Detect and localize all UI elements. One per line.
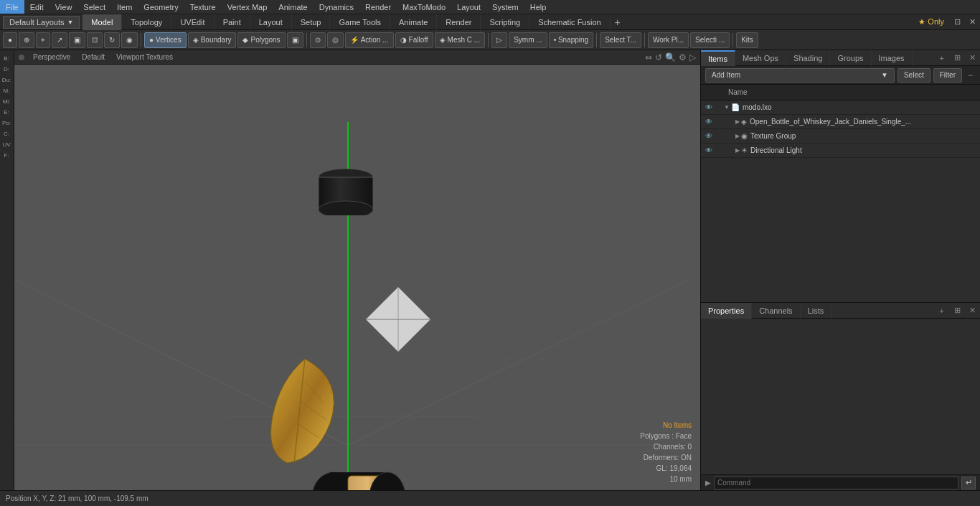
viewport-play-btn[interactable]: ▷ <box>689 52 696 62</box>
viewport-default-label[interactable]: Default <box>79 53 108 61</box>
toolbar-box-btn[interactable]: ▣ <box>69 32 85 48</box>
props-expand-btn[interactable]: ⊞ <box>950 303 965 318</box>
sidebar-item-du[interactable]: Du: <box>0 75 13 85</box>
tab-items[interactable]: Items <box>701 50 735 66</box>
menu-view[interactable]: View <box>50 0 78 14</box>
viewport-canvas[interactable]: Y X Z No Items Polygons : Face Channels:… <box>14 65 700 490</box>
viewport-textures-label[interactable]: Viewport Textures <box>113 53 176 61</box>
toolbar-circle2-btn[interactable]: ⊙ <box>310 32 326 48</box>
toolbar-circle-btn[interactable]: ● <box>3 32 17 48</box>
sidebar-item-d[interactable]: D: <box>0 64 13 74</box>
lock-bottle[interactable] <box>714 117 724 127</box>
maximize-button[interactable]: ⊡ <box>950 14 965 30</box>
tab-topology[interactable]: Topology <box>122 14 171 30</box>
list-item-dirlight[interactable]: 👁 ▶ ☀ Directional Light <box>701 144 980 158</box>
sidebar-item-e[interactable]: E: <box>0 107 13 117</box>
menu-item[interactable]: Item <box>111 0 138 14</box>
filter-button[interactable]: Filter <box>933 68 962 83</box>
sidebar-item-pol[interactable]: Po: <box>0 118 13 128</box>
tab-layout[interactable]: Layout <box>250 14 292 30</box>
tab-paint[interactable]: Paint <box>215 14 250 30</box>
viewport-perspective-label[interactable]: Perspective <box>30 53 73 61</box>
tab-schematic-fusion[interactable]: Schematic Fusion <box>529 14 610 30</box>
menu-help[interactable]: Help <box>524 0 552 14</box>
expand-dirlight-arrow[interactable]: ▶ <box>735 147 740 154</box>
eye-bottle[interactable]: 👁 <box>704 117 714 127</box>
toolbar-symm-btn[interactable]: Symm ... <box>509 32 547 48</box>
panel-expand-button[interactable]: ⊞ <box>950 50 965 65</box>
toolbar-circle3-btn[interactable]: ◎ <box>327 32 344 48</box>
eye-texgrp[interactable]: 👁 <box>704 131 714 141</box>
tab-uvedit[interactable]: UVEdit <box>171 14 214 30</box>
star-only-button[interactable]: ★ Only <box>913 14 950 30</box>
command-enter-btn[interactable]: ↵ <box>961 477 976 489</box>
sidebar-item-mi[interactable]: Mi: <box>0 96 13 106</box>
menu-layout[interactable]: Layout <box>451 0 486 14</box>
toolbar-snapping-btn[interactable]: • Snapping <box>549 32 594 48</box>
menu-edit[interactable]: Edit <box>24 0 50 14</box>
sidebar-item-f[interactable]: F: <box>0 150 13 160</box>
menu-file[interactable]: File <box>0 0 24 14</box>
sidebar-item-c[interactable]: C: <box>0 128 13 139</box>
toolbar-falloff-btn[interactable]: ◑ Falloff <box>395 32 433 48</box>
layout-dropdown[interactable]: Default Layouts ▼ <box>3 16 80 29</box>
sidebar-item-uv[interactable]: UV <box>0 139 13 149</box>
menu-render[interactable]: Render <box>359 0 397 14</box>
tab-animate[interactable]: Animate <box>390 14 437 30</box>
expand-root-arrow[interactable]: ▼ <box>724 104 730 111</box>
menu-system[interactable]: System <box>486 0 524 14</box>
props-tab-add[interactable]: + <box>934 303 950 318</box>
expand-bottle-arrow[interactable]: ▶ <box>735 118 740 125</box>
sidebar-item-b[interactable]: B: <box>0 53 13 63</box>
tab-render[interactable]: Render <box>437 14 481 30</box>
menu-geometry[interactable]: Geometry <box>138 0 184 14</box>
tab-model[interactable]: Model <box>83 14 122 30</box>
toolbar-play-btn[interactable]: ▷ <box>491 32 507 48</box>
toolbar-action-btn[interactable]: ⚡ Action ... <box>345 32 394 48</box>
eye-root[interactable]: 👁 <box>704 103 714 113</box>
toolbar-rect-btn[interactable]: ▣ <box>287 32 303 48</box>
tab-add-button[interactable]: + <box>611 14 625 30</box>
lock-dirlight[interactable] <box>714 146 724 156</box>
toolbar-polygons-btn[interactable]: ◆ Polygons <box>237 32 285 48</box>
toolbar-meshc-btn[interactable]: ◈ Mesh C ... <box>435 32 486 48</box>
tab-gametools[interactable]: Game Tools <box>330 14 390 30</box>
toolbar-grid-btn[interactable]: ⊡ <box>87 32 103 48</box>
tab-images[interactable]: Images <box>872 50 913 66</box>
panel-tab-add-button[interactable]: + <box>934 50 950 65</box>
expand-texgrp-arrow[interactable]: ▶ <box>735 133 740 139</box>
items-list[interactable]: 👁 ▼ 📄 modo.lxo 👁 ▶ ◈ Open_Bottle_of_Whis… <box>701 100 980 302</box>
tab-properties[interactable]: Properties <box>701 303 752 319</box>
menu-dynamics[interactable]: Dynamics <box>314 0 359 14</box>
props-close-btn[interactable]: ✕ <box>965 303 980 318</box>
panel-close-button[interactable]: ✕ <box>965 50 980 65</box>
toolbar-target-btn[interactable]: ⌖ <box>36 32 50 48</box>
toolbar-boundary-btn[interactable]: ◈ Boundary <box>188 32 237 48</box>
viewport-fit-btn[interactable]: ⇔ <box>645 52 652 62</box>
menu-select[interactable]: Select <box>77 0 111 14</box>
add-item-button[interactable]: Add Item ▼ <box>705 68 895 83</box>
lock-root[interactable] <box>714 103 724 113</box>
toolbar-vertices-btn[interactable]: ● Vertices <box>144 32 187 48</box>
toolbar-selectt-btn[interactable]: Select T... <box>600 32 641 48</box>
list-item-bottle[interactable]: 👁 ▶ ◈ Open_Bottle_of_Whiskey_Jack_Daniel… <box>701 115 980 129</box>
viewport-zoom-btn[interactable]: 🔍 <box>665 52 676 62</box>
viewport-settings-btn[interactable]: ⚙ <box>679 52 687 62</box>
sidebar-item-m[interactable]: M: <box>0 85 13 95</box>
menu-maxtomodo[interactable]: MaxToModo <box>397 0 451 14</box>
tab-channels[interactable]: Channels <box>752 303 800 319</box>
menu-animate[interactable]: Animate <box>273 0 313 14</box>
toolbar-move-btn[interactable]: ↗ <box>52 32 67 48</box>
select-button[interactable]: Select <box>897 68 930 83</box>
tab-groups[interactable]: Groups <box>830 50 871 66</box>
toolbar-workpl-btn[interactable]: Work Pl... <box>648 32 689 48</box>
tab-setup[interactable]: Setup <box>292 14 331 30</box>
list-item-root[interactable]: 👁 ▼ 📄 modo.lxo <box>701 100 980 115</box>
tab-meshops[interactable]: Mesh Ops <box>735 50 786 66</box>
viewport-dot[interactable] <box>19 55 24 60</box>
lock-texgrp[interactable] <box>714 131 724 141</box>
viewport-reset-btn[interactable]: ↺ <box>655 52 662 62</box>
toolbar-kits-btn[interactable]: Kits <box>736 32 758 48</box>
tab-shading[interactable]: Shading <box>786 50 830 66</box>
eye-dirlight[interactable]: 👁 <box>704 146 714 156</box>
